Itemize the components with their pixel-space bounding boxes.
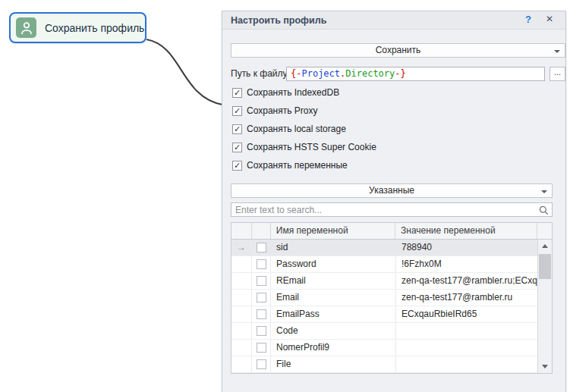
row-value-cell[interactable] xyxy=(396,323,539,339)
checkbox-label: Сохранять HSTS Super Cookie xyxy=(247,142,376,152)
row-value-cell[interactable]: 788940 xyxy=(396,240,539,256)
variables-table: Имя переменной Значение переменной → sid… xyxy=(231,222,553,374)
table-row[interactable]: Email zen-qa-test177@rambler.ru xyxy=(231,290,539,306)
row-name-cell[interactable]: File xyxy=(271,356,396,372)
save-action-dropdown[interactable]: Сохранить xyxy=(231,43,565,58)
checkbox-item[interactable]: ✓ Сохранять Proxy xyxy=(232,105,376,116)
row-name-cell[interactable]: REmail xyxy=(271,273,396,289)
chevron-down-icon xyxy=(554,50,560,53)
checkbox-item[interactable]: ✓ Сохранять IndexedDB xyxy=(232,87,376,98)
row-name-cell[interactable]: Code xyxy=(271,323,396,339)
row-name-cell[interactable]: NomerProfil9 xyxy=(271,340,396,356)
row-checkbox[interactable] xyxy=(257,309,266,319)
checkbox-item[interactable]: ✓ Сохранять local storage xyxy=(232,124,376,134)
row-value-cell[interactable] xyxy=(396,340,539,356)
row-checkbox-cell xyxy=(252,340,271,356)
table-row[interactable]: REmail zen-qa-test177@rambler.ru;ECxqa..… xyxy=(231,273,539,290)
scroll-up-button[interactable] xyxy=(538,240,552,252)
row-checkbox[interactable] xyxy=(257,293,266,303)
table-body: → sid 788940 Password !6Fzhx0M REmail ze… xyxy=(231,240,539,373)
panel-header: Настроить профиль ? ✕ xyxy=(222,11,565,30)
checkbox-item[interactable]: ✓ Сохранять переменные xyxy=(232,160,376,171)
search-input[interactable] xyxy=(231,203,535,216)
help-button[interactable]: ? xyxy=(522,14,534,27)
row-value-cell[interactable]: !6Fzhx0M xyxy=(396,256,539,272)
row-checkbox[interactable] xyxy=(257,359,266,369)
profile-person-icon xyxy=(16,17,36,38)
row-checkbox[interactable] xyxy=(257,243,266,252)
browse-button[interactable]: ... xyxy=(550,67,565,81)
row-value-cell[interactable]: ECxqauRbieIRd65 xyxy=(396,306,539,322)
row-value-cell[interactable] xyxy=(396,356,539,372)
row-indicator xyxy=(231,356,252,372)
variables-mode-dropdown[interactable]: Указанные xyxy=(231,183,553,198)
header-name[interactable]: Имя переменной xyxy=(271,223,395,239)
close-button[interactable]: ✕ xyxy=(543,14,556,27)
table-row[interactable]: File xyxy=(231,356,539,373)
row-indicator xyxy=(231,323,252,339)
row-checkbox-cell xyxy=(252,273,271,289)
table-row[interactable]: EmailPass ECxqauRbieIRd65 xyxy=(231,306,539,323)
row-checkbox-cell xyxy=(252,306,271,322)
file-path-value: {-Project.Directory-} xyxy=(291,68,406,79)
row-checkbox-cell xyxy=(252,240,271,256)
checkbox-list: ✓ Сохранять IndexedDB ✓ Сохранять Proxy … xyxy=(232,87,376,171)
row-value-cell[interactable]: zen-qa-test177@rambler.ru;ECxqa... xyxy=(396,273,539,289)
row-checkbox[interactable] xyxy=(257,343,266,353)
row-name-cell[interactable]: sid xyxy=(271,240,396,256)
row-checkbox[interactable] xyxy=(257,259,266,269)
row-checkbox-cell xyxy=(252,323,271,339)
scrollbar-thumb[interactable] xyxy=(539,254,551,279)
row-name-cell[interactable]: Password xyxy=(271,256,396,272)
row-indicator xyxy=(231,306,252,322)
checkbox-label: Сохранять local storage xyxy=(247,124,346,134)
checkbox-icon: ✓ xyxy=(232,106,242,116)
table-row[interactable]: Code xyxy=(231,323,539,340)
search-icon[interactable] xyxy=(539,205,549,218)
row-indicator: → xyxy=(231,240,252,256)
row-indicator xyxy=(231,290,252,306)
row-checkbox-cell xyxy=(252,290,271,306)
row-indicator xyxy=(231,256,252,272)
row-name-cell[interactable]: EmailPass xyxy=(271,306,396,322)
row-name-cell[interactable]: Email xyxy=(271,290,396,306)
triangle-up-icon xyxy=(542,244,548,248)
table-row[interactable]: Password !6Fzhx0M xyxy=(231,256,539,273)
row-checkbox-cell xyxy=(252,256,271,272)
checkbox-label: Сохранять Proxy xyxy=(247,105,317,116)
header-indicator-cell xyxy=(231,223,252,239)
row-indicator xyxy=(231,340,252,356)
node-label: Сохранить профиль xyxy=(45,22,144,34)
scroll-down-button[interactable] xyxy=(538,360,552,373)
row-checkbox-cell xyxy=(252,356,271,372)
save-profile-node[interactable]: Сохранить профиль xyxy=(9,12,146,43)
flowchart-canvas: Сохранить профиль Настроить профиль ? ✕ … xyxy=(0,0,570,392)
save-action-value: Сохранить xyxy=(376,45,421,55)
chevron-down-icon xyxy=(541,190,547,193)
panel-title: Настроить профиль xyxy=(231,15,326,26)
checkbox-icon: ✓ xyxy=(232,88,242,98)
checkbox-label: Сохранять IndexedDB xyxy=(247,87,339,98)
file-path-label: Путь к файлу xyxy=(231,67,288,81)
table-row[interactable]: → sid 788940 xyxy=(231,240,539,256)
row-checkbox[interactable] xyxy=(257,276,266,286)
checkbox-item[interactable]: ✓ Сохранять HSTS Super Cookie xyxy=(232,142,376,152)
file-path-input[interactable]: {-Project.Directory-} xyxy=(286,67,545,81)
header-checkbox-cell xyxy=(252,223,271,239)
header-value[interactable]: Значение переменной xyxy=(395,223,537,239)
vertical-scrollbar[interactable] xyxy=(537,240,552,373)
checkbox-label: Сохранять переменные xyxy=(247,160,348,171)
row-value-cell[interactable]: zen-qa-test177@rambler.ru xyxy=(396,290,539,306)
configure-profile-panel: Настроить профиль ? ✕ Сохранить Путь к ф… xyxy=(222,11,566,392)
table-header-row: Имя переменной Значение переменной xyxy=(231,223,552,240)
row-indicator xyxy=(231,273,252,289)
triangle-down-icon xyxy=(542,365,548,368)
checkbox-icon: ✓ xyxy=(232,143,242,152)
checkbox-icon: ✓ xyxy=(232,161,242,171)
row-checkbox[interactable] xyxy=(257,326,266,336)
variables-mode-value: Указанные xyxy=(369,185,414,196)
header-scrollbar-cell xyxy=(537,223,552,239)
search-box xyxy=(231,202,553,217)
checkbox-icon: ✓ xyxy=(232,124,242,134)
table-row[interactable]: NomerProfil9 xyxy=(231,340,539,356)
